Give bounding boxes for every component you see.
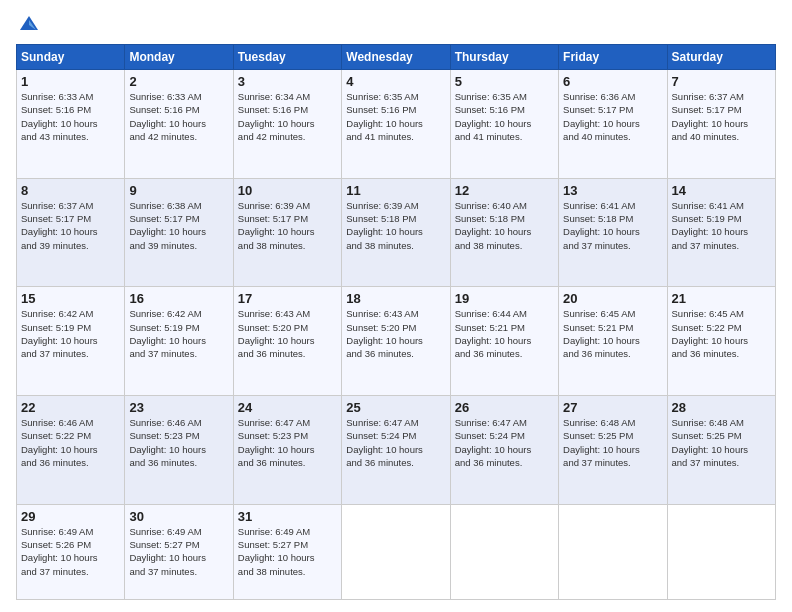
day-number: 1 [21,74,120,89]
day-info: Sunrise: 6:49 AM Sunset: 5:27 PM Dayligh… [129,525,228,578]
day-number: 13 [563,183,662,198]
day-number: 17 [238,291,337,306]
day-info: Sunrise: 6:47 AM Sunset: 5:23 PM Dayligh… [238,416,337,469]
calendar-cell: 25Sunrise: 6:47 AM Sunset: 5:24 PM Dayli… [342,395,450,504]
day-number: 19 [455,291,554,306]
day-info: Sunrise: 6:38 AM Sunset: 5:17 PM Dayligh… [129,199,228,252]
day-number: 25 [346,400,445,415]
calendar-cell: 28Sunrise: 6:48 AM Sunset: 5:25 PM Dayli… [667,395,775,504]
calendar-cell: 16Sunrise: 6:42 AM Sunset: 5:19 PM Dayli… [125,287,233,396]
calendar-cell [667,504,775,599]
calendar-cell: 8Sunrise: 6:37 AM Sunset: 5:17 PM Daylig… [17,178,125,287]
day-of-week-header: Monday [125,45,233,70]
day-info: Sunrise: 6:33 AM Sunset: 5:16 PM Dayligh… [129,90,228,143]
day-info: Sunrise: 6:42 AM Sunset: 5:19 PM Dayligh… [129,307,228,360]
day-number: 24 [238,400,337,415]
day-info: Sunrise: 6:46 AM Sunset: 5:23 PM Dayligh… [129,416,228,469]
calendar-cell: 27Sunrise: 6:48 AM Sunset: 5:25 PM Dayli… [559,395,667,504]
day-info: Sunrise: 6:41 AM Sunset: 5:19 PM Dayligh… [672,199,771,252]
day-info: Sunrise: 6:45 AM Sunset: 5:21 PM Dayligh… [563,307,662,360]
calendar-cell: 10Sunrise: 6:39 AM Sunset: 5:17 PM Dayli… [233,178,341,287]
day-of-week-header: Friday [559,45,667,70]
calendar-week-row: 8Sunrise: 6:37 AM Sunset: 5:17 PM Daylig… [17,178,776,287]
logo-icon [18,12,40,34]
calendar-cell: 21Sunrise: 6:45 AM Sunset: 5:22 PM Dayli… [667,287,775,396]
day-number: 10 [238,183,337,198]
calendar-cell: 23Sunrise: 6:46 AM Sunset: 5:23 PM Dayli… [125,395,233,504]
day-info: Sunrise: 6:48 AM Sunset: 5:25 PM Dayligh… [563,416,662,469]
day-info: Sunrise: 6:45 AM Sunset: 5:22 PM Dayligh… [672,307,771,360]
day-number: 16 [129,291,228,306]
day-info: Sunrise: 6:35 AM Sunset: 5:16 PM Dayligh… [455,90,554,143]
day-number: 15 [21,291,120,306]
calendar-week-row: 15Sunrise: 6:42 AM Sunset: 5:19 PM Dayli… [17,287,776,396]
calendar-cell: 3Sunrise: 6:34 AM Sunset: 5:16 PM Daylig… [233,70,341,179]
page: SundayMondayTuesdayWednesdayThursdayFrid… [0,0,792,612]
day-info: Sunrise: 6:47 AM Sunset: 5:24 PM Dayligh… [455,416,554,469]
calendar-cell: 29Sunrise: 6:49 AM Sunset: 5:26 PM Dayli… [17,504,125,599]
day-number: 30 [129,509,228,524]
calendar-cell: 30Sunrise: 6:49 AM Sunset: 5:27 PM Dayli… [125,504,233,599]
calendar-cell: 12Sunrise: 6:40 AM Sunset: 5:18 PM Dayli… [450,178,558,287]
day-info: Sunrise: 6:49 AM Sunset: 5:27 PM Dayligh… [238,525,337,578]
calendar-cell: 5Sunrise: 6:35 AM Sunset: 5:16 PM Daylig… [450,70,558,179]
day-number: 22 [21,400,120,415]
day-info: Sunrise: 6:37 AM Sunset: 5:17 PM Dayligh… [672,90,771,143]
day-info: Sunrise: 6:33 AM Sunset: 5:16 PM Dayligh… [21,90,120,143]
calendar-cell [342,504,450,599]
day-number: 14 [672,183,771,198]
day-number: 5 [455,74,554,89]
calendar-cell: 14Sunrise: 6:41 AM Sunset: 5:19 PM Dayli… [667,178,775,287]
day-info: Sunrise: 6:35 AM Sunset: 5:16 PM Dayligh… [346,90,445,143]
day-info: Sunrise: 6:40 AM Sunset: 5:18 PM Dayligh… [455,199,554,252]
calendar-cell: 4Sunrise: 6:35 AM Sunset: 5:16 PM Daylig… [342,70,450,179]
day-info: Sunrise: 6:37 AM Sunset: 5:17 PM Dayligh… [21,199,120,252]
day-info: Sunrise: 6:44 AM Sunset: 5:21 PM Dayligh… [455,307,554,360]
day-number: 28 [672,400,771,415]
day-of-week-header: Saturday [667,45,775,70]
day-info: Sunrise: 6:34 AM Sunset: 5:16 PM Dayligh… [238,90,337,143]
day-number: 3 [238,74,337,89]
calendar-cell: 9Sunrise: 6:38 AM Sunset: 5:17 PM Daylig… [125,178,233,287]
calendar-cell: 18Sunrise: 6:43 AM Sunset: 5:20 PM Dayli… [342,287,450,396]
calendar-cell: 22Sunrise: 6:46 AM Sunset: 5:22 PM Dayli… [17,395,125,504]
day-number: 4 [346,74,445,89]
calendar-cell: 19Sunrise: 6:44 AM Sunset: 5:21 PM Dayli… [450,287,558,396]
calendar-cell: 6Sunrise: 6:36 AM Sunset: 5:17 PM Daylig… [559,70,667,179]
calendar-cell: 13Sunrise: 6:41 AM Sunset: 5:18 PM Dayli… [559,178,667,287]
day-number: 23 [129,400,228,415]
day-info: Sunrise: 6:39 AM Sunset: 5:18 PM Dayligh… [346,199,445,252]
calendar-cell: 7Sunrise: 6:37 AM Sunset: 5:17 PM Daylig… [667,70,775,179]
day-info: Sunrise: 6:48 AM Sunset: 5:25 PM Dayligh… [672,416,771,469]
day-info: Sunrise: 6:39 AM Sunset: 5:17 PM Dayligh… [238,199,337,252]
calendar-cell [450,504,558,599]
day-info: Sunrise: 6:42 AM Sunset: 5:19 PM Dayligh… [21,307,120,360]
calendar-cell: 26Sunrise: 6:47 AM Sunset: 5:24 PM Dayli… [450,395,558,504]
calendar-cell: 31Sunrise: 6:49 AM Sunset: 5:27 PM Dayli… [233,504,341,599]
day-number: 7 [672,74,771,89]
calendar-week-row: 22Sunrise: 6:46 AM Sunset: 5:22 PM Dayli… [17,395,776,504]
day-info: Sunrise: 6:43 AM Sunset: 5:20 PM Dayligh… [238,307,337,360]
calendar-cell: 2Sunrise: 6:33 AM Sunset: 5:16 PM Daylig… [125,70,233,179]
day-number: 27 [563,400,662,415]
header [16,12,776,34]
day-number: 29 [21,509,120,524]
day-info: Sunrise: 6:49 AM Sunset: 5:26 PM Dayligh… [21,525,120,578]
calendar-cell: 20Sunrise: 6:45 AM Sunset: 5:21 PM Dayli… [559,287,667,396]
calendar-cell: 24Sunrise: 6:47 AM Sunset: 5:23 PM Dayli… [233,395,341,504]
day-number: 2 [129,74,228,89]
day-info: Sunrise: 6:41 AM Sunset: 5:18 PM Dayligh… [563,199,662,252]
day-number: 20 [563,291,662,306]
day-info: Sunrise: 6:47 AM Sunset: 5:24 PM Dayligh… [346,416,445,469]
calendar-cell [559,504,667,599]
day-number: 6 [563,74,662,89]
day-number: 8 [21,183,120,198]
calendar-cell: 1Sunrise: 6:33 AM Sunset: 5:16 PM Daylig… [17,70,125,179]
day-info: Sunrise: 6:36 AM Sunset: 5:17 PM Dayligh… [563,90,662,143]
day-number: 18 [346,291,445,306]
day-of-week-header: Sunday [17,45,125,70]
day-of-week-header: Tuesday [233,45,341,70]
calendar-cell: 17Sunrise: 6:43 AM Sunset: 5:20 PM Dayli… [233,287,341,396]
day-number: 12 [455,183,554,198]
calendar-cell: 11Sunrise: 6:39 AM Sunset: 5:18 PM Dayli… [342,178,450,287]
